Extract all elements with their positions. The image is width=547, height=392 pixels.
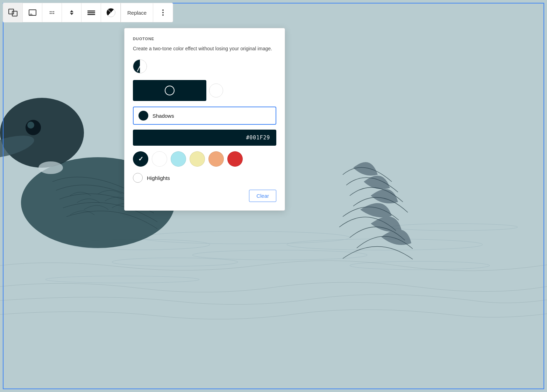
align-icon xyxy=(87,10,95,15)
swatch-white[interactable] xyxy=(152,151,167,167)
color-bar-row xyxy=(133,80,276,101)
drag-icon xyxy=(50,11,54,14)
more-options-icon xyxy=(162,9,164,16)
swatch-cyan[interactable] xyxy=(171,151,186,167)
highlight-color-dot xyxy=(133,173,143,183)
duotone-description: Create a two-tone color effect without l… xyxy=(133,45,276,52)
hex-value: #001F29 xyxy=(246,135,270,141)
toolbar: Replace xyxy=(3,3,173,22)
swatch-dark[interactable]: ✓ xyxy=(133,151,148,167)
duotone-toolbar-icon xyxy=(106,8,115,17)
clear-button-row: Clear xyxy=(133,190,276,202)
gallery-icon xyxy=(8,9,17,16)
svg-point-14 xyxy=(38,161,63,174)
svg-point-13 xyxy=(27,122,34,129)
image-icon xyxy=(29,9,36,16)
color-swatches-row: ✓ xyxy=(133,151,276,167)
duotone-icon-row xyxy=(133,59,276,74)
highlights-row[interactable]: Highlights xyxy=(133,173,276,183)
highlight-color-bar[interactable] xyxy=(209,84,223,97)
clear-button[interactable]: Clear xyxy=(249,190,276,202)
hex-color-bar[interactable]: #001F29 xyxy=(133,130,276,146)
swatch-yellow[interactable] xyxy=(190,151,205,167)
svg-line-15 xyxy=(137,61,142,72)
swatch-peach[interactable] xyxy=(208,151,224,167)
shadow-color-dot xyxy=(138,111,148,121)
align-button[interactable] xyxy=(81,3,101,22)
shadow-circle-selector xyxy=(165,86,175,95)
replace-button[interactable]: Replace xyxy=(121,3,153,22)
highlights-label: Highlights xyxy=(147,175,170,181)
swatch-red[interactable] xyxy=(227,151,243,167)
checkmark-icon: ✓ xyxy=(138,155,143,163)
shadows-label: Shadows xyxy=(152,113,174,119)
chevron-icon xyxy=(70,10,73,15)
replace-label: Replace xyxy=(127,10,147,16)
duotone-popover: DUOTONE Create a two-tone color effect w… xyxy=(124,28,285,211)
move-button[interactable] xyxy=(62,3,81,22)
drag-button[interactable] xyxy=(42,3,62,22)
svg-point-10 xyxy=(0,98,84,168)
gallery-button[interactable] xyxy=(3,3,23,22)
duotone-preview-icon[interactable] xyxy=(133,59,147,73)
duotone-section-title: DUOTONE xyxy=(133,37,276,41)
more-options-button[interactable] xyxy=(153,3,173,22)
duotone-button[interactable] xyxy=(101,3,121,22)
shadows-row[interactable]: Shadows xyxy=(133,107,276,125)
shadow-color-bar[interactable] xyxy=(133,80,206,101)
image-button[interactable] xyxy=(23,3,42,22)
